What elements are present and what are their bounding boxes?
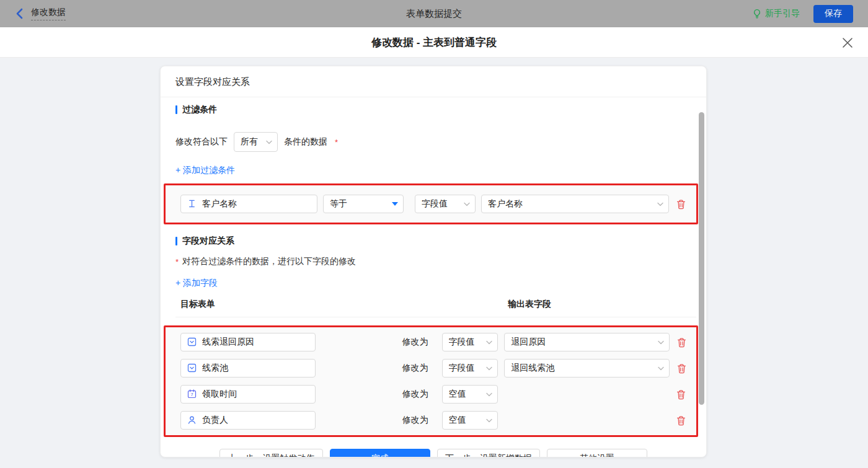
filter-value-value: 客户名称 <box>488 198 653 210</box>
required-asterisk: * <box>335 138 338 147</box>
mapping-row: 线索退回原因 修改为 字段值 退回原因 <box>180 333 688 351</box>
output-field-value: 退回线索池 <box>511 363 654 374</box>
match-prefix-label: 修改符合以下 <box>175 136 228 148</box>
node-name-label[interactable]: 修改数据 <box>31 7 66 20</box>
output-field-column-header: 输出表字段 <box>508 299 551 310</box>
mapping-row: 负责人 修改为 空值 <box>180 411 688 430</box>
done-button[interactable]: 完成 <box>330 449 430 457</box>
chevron-down-icon <box>266 140 272 144</box>
target-field-value: 领取时间 <box>202 389 310 400</box>
modify-mode-select[interactable]: 字段值 <box>442 359 498 377</box>
trash-icon <box>676 363 687 374</box>
target-field-value: 线索池 <box>202 363 310 374</box>
output-field-select[interactable]: 退回线索池 <box>504 359 670 377</box>
modify-label: 修改为 <box>402 389 428 400</box>
filter-value-type-select[interactable]: 字段值 <box>415 195 476 213</box>
filter-value-type-value: 字段值 <box>422 198 460 210</box>
filter-match-row: 修改符合以下 所有 条件的数据 * <box>175 132 691 152</box>
target-field-input[interactable]: 负责人 <box>180 411 316 430</box>
chevron-down-icon <box>464 202 470 206</box>
modify-mode-select[interactable]: 空值 <box>442 411 498 430</box>
modify-mode-value: 空值 <box>449 389 483 400</box>
output-field-value: 退回原因 <box>511 337 654 348</box>
target-field-input[interactable]: 线索退回原因 <box>180 333 316 351</box>
add-filter-condition-link[interactable]: + 添加过滤条件 <box>175 165 235 176</box>
beginner-guide-label[interactable]: 新手引导 <box>765 8 800 19</box>
trash-icon <box>676 415 686 426</box>
delete-mapping-button[interactable] <box>675 414 688 426</box>
modify-mode-value: 字段值 <box>449 363 483 374</box>
filter-section-label: 过滤条件 <box>182 104 217 115</box>
lightbulb-icon <box>752 9 762 19</box>
field-mapping-highlight-box: 线索退回原因 修改为 字段值 退回原因 <box>164 325 698 437</box>
next-step-button[interactable]: 下一步：设置新增数据 <box>437 449 540 457</box>
add-field-link[interactable]: + 添加字段 <box>175 278 218 289</box>
mapping-row: 线索池 修改为 字段值 退回线索池 <box>180 359 688 377</box>
column-divider <box>175 317 696 317</box>
modify-mode-value: 空值 <box>449 415 483 426</box>
save-button[interactable]: 保存 <box>813 5 853 23</box>
modify-label: 修改为 <box>402 363 428 374</box>
output-field-empty <box>504 385 670 404</box>
modify-label: 修改为 <box>402 337 428 348</box>
target-form-column-header: 目标表单 <box>180 299 215 310</box>
panel-title: 设置字段对应关系 <box>161 66 706 97</box>
back-button[interactable]: 修改数据 <box>15 7 66 20</box>
caret-down-icon <box>392 202 398 206</box>
output-field-select[interactable]: 退回原因 <box>504 333 670 351</box>
delete-mapping-button[interactable] <box>675 388 688 400</box>
field-mapping-panel: 设置字段对应关系 过滤条件 修改符合以下 所有 条件的数据 * + 添加过滤条件 <box>160 66 707 457</box>
modify-mode-select[interactable]: 空值 <box>442 385 498 404</box>
filter-field-input[interactable]: 客户名称 <box>180 195 317 213</box>
filter-section-title: 过滤条件 <box>175 104 691 115</box>
beginner-guide-link[interactable]: 新手引导 <box>752 8 800 19</box>
select-field-icon <box>187 363 197 373</box>
delete-mapping-button[interactable] <box>675 362 688 374</box>
dialog-header: 修改数据 - 主表到普通字段 <box>0 27 868 58</box>
svg-text:7: 7 <box>190 392 193 397</box>
target-field-value: 负责人 <box>202 415 310 426</box>
mapping-section-title: 字段对应关系 <box>175 236 691 247</box>
chevron-down-icon <box>657 202 663 206</box>
filter-value-select[interactable]: 客户名称 <box>481 195 669 213</box>
prev-step-button[interactable]: 上一步：设置触发动作 <box>219 449 323 457</box>
panel-scrollbar[interactable] <box>699 112 704 405</box>
output-field-empty <box>504 411 670 430</box>
mapping-section-label: 字段对应关系 <box>182 236 234 247</box>
trash-icon <box>676 337 687 348</box>
chevron-down-icon <box>486 418 492 423</box>
panel-footer: 上一步：设置触发动作 完成 下一步：设置新增数据 其他设置 <box>161 449 706 457</box>
delete-filter-button[interactable] <box>675 198 687 210</box>
dialog-title: 修改数据 - 主表到普通字段 <box>0 27 868 58</box>
required-asterisk: * <box>175 257 179 267</box>
mapping-row: 7 领取时间 修改为 空值 <box>180 385 688 404</box>
chevron-left-icon[interactable] <box>15 8 24 19</box>
chevron-down-icon <box>486 392 492 397</box>
match-scope-value: 所有 <box>241 136 262 148</box>
close-button[interactable] <box>841 36 854 50</box>
mapping-column-headers: 目标表单 输出表字段 <box>175 299 691 311</box>
section-accent-bar <box>175 105 177 114</box>
text-field-icon <box>187 199 197 209</box>
match-scope-select[interactable]: 所有 <box>234 132 278 152</box>
other-settings-button[interactable]: 其他设置 <box>547 449 647 457</box>
chevron-down-icon <box>486 366 492 371</box>
chevron-down-icon <box>658 340 664 345</box>
filter-condition-highlight-box: 客户名称 等于 字段值 客户名称 <box>164 183 698 224</box>
delete-mapping-button[interactable] <box>675 336 688 348</box>
trash-icon <box>676 199 686 210</box>
select-field-icon <box>187 337 197 347</box>
modify-mode-select[interactable]: 字段值 <box>442 333 498 351</box>
filter-operator-select[interactable]: 等于 <box>323 195 404 213</box>
match-suffix-label: 条件的数据 <box>284 136 327 148</box>
person-icon <box>187 415 197 425</box>
target-field-input[interactable]: 7 领取时间 <box>180 385 316 404</box>
mapping-description: * 对符合过滤条件的数据，进行以下字段的修改 <box>175 256 691 267</box>
modify-mode-value: 字段值 <box>449 337 483 348</box>
calendar-icon: 7 <box>187 389 197 399</box>
modify-label: 修改为 <box>402 415 428 426</box>
target-field-input[interactable]: 线索池 <box>180 359 316 377</box>
section-accent-bar <box>175 237 177 245</box>
mapping-description-text: 对符合过滤条件的数据，进行以下字段的修改 <box>182 256 356 267</box>
filter-field-value: 客户名称 <box>202 198 312 210</box>
